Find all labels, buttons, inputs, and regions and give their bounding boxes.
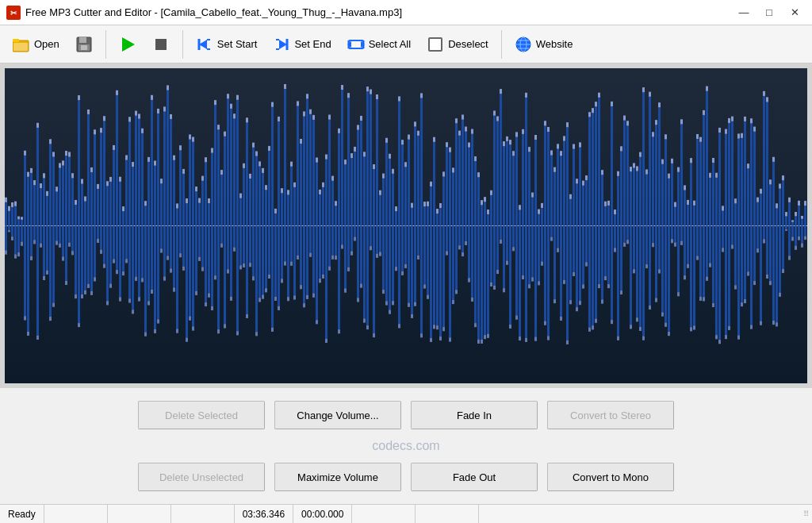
maximize-button[interactable]: □ [758,4,780,21]
svg-rect-449 [335,201,337,206]
svg-rect-537 [404,162,407,167]
svg-rect-455 [338,329,340,333]
close-button[interactable]: ✕ [783,4,806,21]
set-start-button[interactable]: Set Start [190,29,264,60]
svg-rect-910 [699,226,702,301]
website-button[interactable]: Website [508,29,580,60]
svg-rect-164 [109,177,112,226]
svg-rect-837 [642,87,645,92]
svg-rect-635 [481,340,483,344]
svg-rect-615 [465,241,467,245]
svg-rect-367 [268,275,270,279]
svg-rect-946 [728,226,730,330]
fade-out-button[interactable]: Fade Out [411,463,538,491]
svg-rect-464 [347,93,350,225]
play-button[interactable] [113,29,143,60]
svg-rect-41 [11,202,13,207]
svg-rect-349 [255,152,258,156]
svg-rect-320 [233,113,236,225]
svg-rect-323 [233,248,236,252]
svg-rect-266 [189,226,191,321]
svg-rect-752 [576,179,578,225]
svg-rect-108 [65,151,67,225]
svg-rect-593 [449,148,451,152]
svg-rect-997 [769,179,772,184]
separator-3 [501,30,502,59]
svg-rect-203 [138,297,140,301]
svg-rect-865 [665,134,667,139]
svg-rect-89 [49,139,52,144]
convert-to-stereo-button[interactable]: Convert to Stereo [547,401,674,429]
svg-rect-284 [205,157,207,225]
svg-rect-37 [8,206,10,211]
svg-rect-959 [737,336,740,340]
svg-rect-84 [46,191,48,226]
delete-unselected-button[interactable]: Delete Unselected [138,463,265,491]
svg-rect-1021 [788,198,791,202]
svg-rect-385 [284,84,286,89]
svg-rect-610 [462,226,464,257]
svg-rect-151 [97,239,99,243]
stop-button[interactable] [146,29,176,60]
svg-rect-875 [671,239,673,243]
select-all-button[interactable]: Select All [341,29,417,60]
svg-rect-238 [167,226,169,260]
svg-rect-204 [141,129,144,226]
maximize-volume-button[interactable]: Maximize Volume [274,463,401,491]
svg-rect-747 [569,300,572,304]
waveform-canvas[interactable] [5,68,807,383]
svg-rect-681 [519,205,521,210]
svg-rect-351 [255,332,258,336]
svg-rect-538 [404,226,407,268]
svg-rect-130 [81,226,83,299]
set-end-button[interactable]: Set End [266,29,337,60]
svg-rect-810 [620,226,622,295]
svg-rect-855 [655,298,657,302]
svg-rect-65 [30,168,33,173]
svg-rect-375 [274,297,277,301]
open-icon [13,36,30,53]
select-all-icon [347,36,365,53]
svg-rect-582 [439,226,442,341]
svg-rect-181 [122,206,124,211]
svg-rect-259 [182,267,185,271]
svg-rect-56 [24,151,26,226]
save-button[interactable] [69,29,99,60]
status-bar: Ready 03:36.346 00:00.000 ⠿ [0,504,812,523]
svg-rect-607 [458,245,461,249]
svg-rect-643 [487,334,489,338]
svg-rect-485 [363,152,366,156]
svg-rect-660 [503,141,505,225]
fade-in-button[interactable]: Fade In [411,401,538,429]
svg-rect-435 [322,275,324,279]
svg-rect-317 [230,104,232,109]
svg-rect-973 [750,118,753,123]
svg-rect-742 [566,226,569,344]
svg-rect-207 [141,278,144,282]
svg-rect-527 [395,267,397,271]
svg-rect-690 [525,226,527,342]
svg-rect-470 [350,226,353,256]
svg-rect-365 [268,146,270,151]
open-button[interactable]: Open [6,29,66,60]
svg-rect-944 [728,118,730,226]
svg-rect-178 [119,226,121,302]
svg-rect-820 [630,167,632,225]
svg-rect-211 [144,333,147,336]
delete-selected-button[interactable]: Delete Selected [138,401,265,429]
watermark: codecs.com [24,437,788,455]
svg-rect-631 [477,340,480,344]
svg-rect-172 [116,90,118,226]
minimize-button[interactable]: — [733,4,755,21]
svg-rect-415 [306,295,308,299]
svg-rect-146 [94,226,96,282]
title-bar: ✂ Free MP3 Cutter and Editor - [Camila_C… [0,0,812,25]
svg-rect-840 [645,170,648,226]
svg-rect-868 [668,174,670,226]
svg-rect-511 [382,290,385,294]
waveform-container[interactable] [0,63,812,388]
deselect-button[interactable]: Deselect [420,29,495,60]
change-volume-button[interactable]: Change Volume... [274,401,401,429]
svg-rect-789 [604,202,607,206]
convert-to-mono-button[interactable]: Convert to Mono [547,463,674,491]
